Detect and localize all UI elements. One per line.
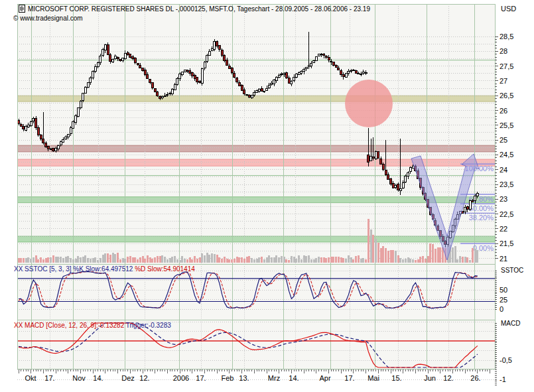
- price-axis-label: 21,5: [500, 239, 513, 247]
- sstoc-secondary-label: %D Slow:54.901414: [133, 265, 194, 273]
- macd-main-label: MACD [Close, 12, 26, 9]:-0.13282: [23, 322, 124, 329]
- support-band-green-lower: [17, 236, 495, 242]
- support-band-green-upper: [17, 197, 495, 203]
- chart-title: MICROSOFT CORP. REGISTERED SHARES DL -,0…: [28, 5, 370, 13]
- price-axis-label: 24: [500, 166, 507, 174]
- macd-prefix: XX: [14, 322, 23, 329]
- time-axis-label: 17.: [196, 374, 206, 382]
- macd-axis-label: -1: [500, 375, 506, 383]
- sstoc-indicator-label: XX SSTOC [5, 3, 3] %K Slow:64.497512 %D …: [14, 265, 195, 273]
- time-axis-label: 13.: [239, 374, 249, 382]
- time-axis-label: Apr: [319, 374, 330, 382]
- time-axis-label: Feb: [222, 374, 234, 382]
- price-axis-label: 23: [500, 195, 507, 203]
- sstoc-axis-label: 50: [500, 286, 507, 294]
- chart-canvas[interactable]: 100.00%61.80%50.00%38.20%0.00%28,52827,5…: [0, 0, 534, 392]
- price-axis: 28,52827,52726,52625,52524,52423,52322,5…: [495, 33, 513, 263]
- macd-axis: -0,5-1: [495, 324, 512, 385]
- sstoc-axis: 50250: [495, 271, 507, 313]
- time-axis-label: Jun: [424, 374, 436, 382]
- time-axis-label: 14.: [93, 374, 103, 382]
- price-axis-label: 25: [500, 136, 507, 144]
- sstoc-axis-label: 25: [500, 296, 507, 304]
- price-axis-label: 28,5: [500, 33, 513, 40]
- time-axis-label: 17.: [344, 374, 354, 382]
- price-axis-label: 27,5: [500, 62, 513, 70]
- time-axis-label: Dez: [121, 374, 135, 382]
- gap-highlight-circle: [345, 80, 393, 127]
- price-axis-label: 27: [500, 77, 507, 85]
- time-axis-label: 15.: [391, 374, 401, 382]
- sstoc-axis-title: SSTOC: [501, 267, 523, 274]
- macd-axis-title: MACD: [501, 320, 520, 327]
- price-axis-label: 22,5: [500, 210, 513, 218]
- time-axis-label: 12.: [443, 374, 453, 382]
- sstoc-main-label: SSTOC [5, 3, 3] %K Slow:64.497512: [23, 265, 133, 273]
- fib-label-38.2: 38.20%: [469, 214, 494, 222]
- sstoc-prefix: XX: [14, 265, 23, 273]
- price-axis-label: 28: [500, 47, 507, 55]
- time-axis-label: 12.: [139, 374, 149, 382]
- tradesignal-chart-window: 100.00%61.80%50.00%38.20%0.00%28,52827,5…: [0, 0, 534, 392]
- resistance-band-olive: [17, 96, 495, 101]
- macd-secondary-label: Trigger:-0.3283: [124, 322, 171, 329]
- price-axis-label: 26: [500, 107, 507, 115]
- chart-icon: [19, 5, 25, 13]
- time-axis-label: Okt: [25, 374, 36, 382]
- fib-label-50: 50.00%: [469, 204, 494, 212]
- price-axis-label: 26,5: [500, 92, 513, 99]
- time-axis-label: 26.: [470, 374, 480, 382]
- price-axis-label: 23,5: [500, 180, 513, 188]
- copyright-label: © www.tradesignal.com: [13, 15, 83, 22]
- macd-axis-label: -0,5: [500, 356, 512, 364]
- resistance-band-maroon: [17, 145, 495, 152]
- price-axis-label: 24,5: [500, 151, 513, 159]
- price-axis-label: 21: [500, 255, 507, 263]
- time-axis-label: Mrz: [268, 374, 280, 382]
- chart-title-bar: MICROSOFT CORP. REGISTERED SHARES DL -,0…: [19, 5, 370, 13]
- time-axis-label: 2006: [173, 374, 189, 382]
- time-axis-label: Nov: [72, 374, 86, 382]
- price-axis-label: 22: [500, 225, 507, 233]
- macd-indicator-label: XX MACD [Close, 12, 26, 9]:-0.13282 Trig…: [14, 322, 171, 329]
- time-axis-label: 17.: [44, 374, 54, 382]
- time-axis-label: 14.: [289, 374, 299, 382]
- price-axis-label: 25,5: [500, 121, 513, 129]
- time-axis-label: Mai: [367, 374, 379, 382]
- sstoc-axis-label: 0: [500, 305, 503, 313]
- currency-label: USD: [501, 5, 516, 13]
- time-axis: Okt17.Nov14.Dez12.200617.Feb13.Mrz14.Apr…: [19, 369, 490, 382]
